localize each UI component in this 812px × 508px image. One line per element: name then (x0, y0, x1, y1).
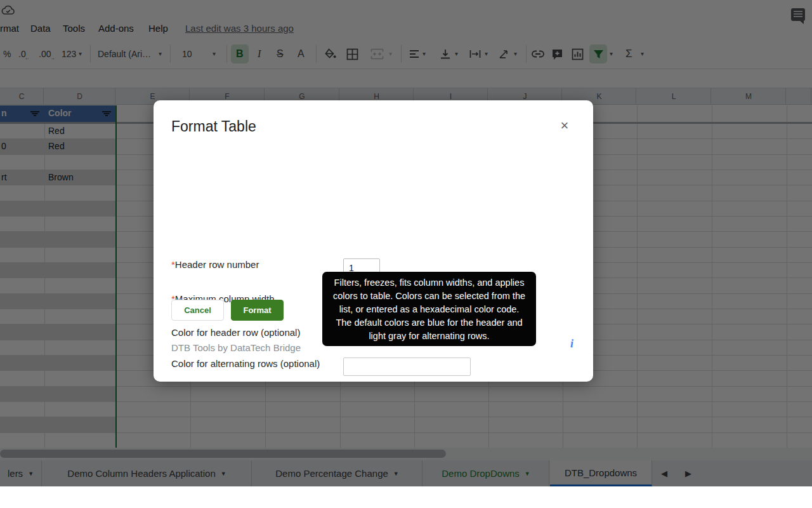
info-tooltip: Filters, freezes, fits column widths, an… (322, 272, 536, 346)
close-icon[interactable]: × (556, 118, 573, 135)
alternating-rows-color-input[interactable] (343, 358, 471, 376)
dialog-footer-text: DTB Tools by DataTech Bridge (171, 342, 301, 353)
dialog-title: Format Table (171, 118, 256, 135)
format-button[interactable]: Format (231, 300, 284, 321)
header-row-number-label: *Header row number (171, 259, 259, 270)
cancel-button[interactable]: Cancel (171, 300, 224, 321)
header-row-color-label: Color for header row (optional) (171, 327, 300, 338)
info-icon[interactable]: i (570, 337, 573, 351)
alternating-rows-color-label: Color for alternating rows (optional) (171, 358, 320, 369)
